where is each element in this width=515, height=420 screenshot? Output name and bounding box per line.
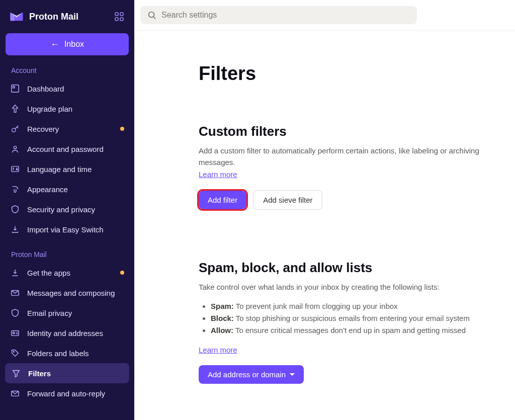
chevron-down-icon: [290, 373, 295, 376]
sidebar-item-label: Filters: [28, 369, 123, 378]
sidebar-item-folders-labels[interactable]: Folders and labels: [0, 343, 134, 363]
custom-filters-heading: Custom filters: [199, 124, 501, 139]
custom-filters-section: Custom filters Add a custom filter to au…: [199, 124, 501, 210]
id-card-icon: [10, 328, 20, 338]
sidebar-item-filters[interactable]: Filters: [5, 363, 129, 383]
search-icon: [147, 11, 156, 20]
envelope-icon: [10, 288, 20, 298]
svg-point-14: [149, 12, 154, 18]
app-switcher-icon[interactable]: [114, 12, 124, 22]
sidebar-item-label: Email privacy: [27, 309, 124, 317]
search-input[interactable]: [161, 11, 410, 20]
inbox-button[interactable]: ← Inbox: [6, 33, 129, 55]
sidebar-item-label: Upgrade plan: [27, 105, 124, 113]
svg-point-12: [13, 351, 14, 352]
attention-dot-icon: [120, 271, 124, 275]
custom-filters-learn-more[interactable]: Learn more: [199, 170, 237, 179]
sidebar-item-get-apps[interactable]: Get the apps: [0, 263, 134, 283]
shield-icon: [10, 308, 20, 318]
sidebar-item-label: Account and password: [27, 145, 124, 153]
inbox-label: Inbox: [64, 40, 84, 49]
sidebar-item-messages-composing[interactable]: Messages and composing: [0, 283, 134, 303]
sidebar-item-label: Get the apps: [27, 269, 113, 277]
svg-point-11: [13, 332, 15, 334]
sidebar-item-appearance[interactable]: Appearance: [0, 179, 134, 199]
spam-bullet-list: Spam: To prevent junk mail from clogging…: [211, 300, 501, 337]
person-icon: [10, 144, 20, 154]
sidebar-item-language-time[interactable]: Language and time: [0, 159, 134, 179]
spam-learn-more[interactable]: Learn more: [199, 346, 501, 354]
proton-logo-icon: [9, 9, 24, 24]
sidebar-item-forward-autoreply[interactable]: Forward and auto-reply: [0, 383, 134, 403]
section-mail-label: Proton Mail: [0, 248, 134, 263]
logo[interactable]: Proton Mail: [9, 9, 78, 24]
page-title: Filters: [199, 63, 501, 85]
sidebar-item-dashboard[interactable]: Dashboard: [0, 78, 134, 99]
svg-rect-0: [115, 13, 118, 16]
list-item: Allow: To ensure critical messages don't…: [211, 324, 501, 337]
svg-rect-4: [12, 85, 19, 92]
list-item: Spam: To prevent junk mail from clogging…: [211, 300, 501, 312]
custom-filters-desc: Add a custom filter to automatically per…: [199, 145, 501, 168]
sidebar-item-label: Dashboard: [27, 85, 124, 93]
sidebar-item-label: Identity and addresses: [27, 329, 124, 338]
sidebar-item-label: Language and time: [27, 165, 124, 174]
sidebar-item-label: Import via Easy Switch: [27, 225, 124, 234]
upgrade-icon: [10, 104, 20, 114]
sidebar-item-recovery[interactable]: Recovery: [0, 119, 134, 139]
add-sieve-filter-button[interactable]: Add sieve filter: [253, 190, 322, 210]
sidebar-item-label: Recovery: [27, 125, 113, 133]
arrow-left-icon: ←: [50, 39, 59, 50]
add-address-domain-button[interactable]: Add address or domain: [199, 365, 304, 384]
main: Filters Custom filters Add a custom filt…: [134, 0, 515, 420]
sidebar-item-label: Appearance: [27, 185, 124, 194]
sidebar-item-identity[interactable]: Identity and addresses: [0, 323, 134, 343]
filter-icon: [11, 368, 21, 378]
sidebar-item-import[interactable]: Import via Easy Switch: [0, 219, 134, 239]
spam-heading: Spam, block, and allow lists: [199, 260, 501, 276]
list-item: Block: To stop phishing or suspicious em…: [211, 312, 501, 324]
dashboard-icon: [10, 83, 20, 94]
svg-point-6: [12, 128, 16, 132]
sidebar-item-upgrade[interactable]: Upgrade plan: [0, 99, 134, 119]
key-icon: [10, 124, 20, 134]
sidebar-item-label: Folders and labels: [27, 349, 124, 358]
spam-desc: Take control over what lands in your inb…: [199, 282, 501, 293]
forward-icon: [10, 388, 20, 398]
logo-text: Proton Mail: [29, 12, 78, 22]
logo-row: Proton Mail: [0, 0, 134, 31]
shield-icon: [10, 204, 20, 214]
language-icon: [10, 164, 20, 174]
sidebar-item-email-privacy[interactable]: Email privacy: [0, 303, 134, 323]
attention-dot-icon: [120, 127, 124, 131]
tag-icon: [10, 348, 20, 358]
sidebar-item-label: Forward and auto-reply: [27, 389, 124, 398]
svg-rect-3: [120, 18, 123, 21]
svg-point-7: [14, 146, 16, 149]
download-icon: [10, 268, 20, 278]
sidebar-item-label: Messages and composing: [27, 289, 124, 297]
import-icon: [10, 224, 20, 234]
search-wrap[interactable]: [140, 6, 417, 24]
sidebar-item-security[interactable]: Security and privacy: [0, 199, 134, 219]
spam-block-allow-section: Spam, block, and allow lists Take contro…: [199, 260, 501, 384]
button-label: Add address or domain: [208, 370, 286, 379]
sidebar-item-label: Security and privacy: [27, 205, 124, 214]
add-filter-button[interactable]: Add filter: [199, 191, 246, 209]
topbar: [134, 0, 515, 31]
sidebar: Proton Mail ← Inbox Account Dashboard Up…: [0, 0, 134, 420]
svg-rect-2: [115, 18, 118, 21]
svg-rect-1: [120, 13, 123, 16]
section-account-label: Account: [0, 64, 134, 78]
sidebar-item-account-password[interactable]: Account and password: [0, 139, 134, 159]
content: Filters Custom filters Add a custom filt…: [134, 31, 515, 420]
svg-rect-5: [13, 87, 15, 89]
custom-filters-buttons: Add filter Add sieve filter: [199, 190, 501, 210]
brush-icon: [10, 184, 20, 194]
